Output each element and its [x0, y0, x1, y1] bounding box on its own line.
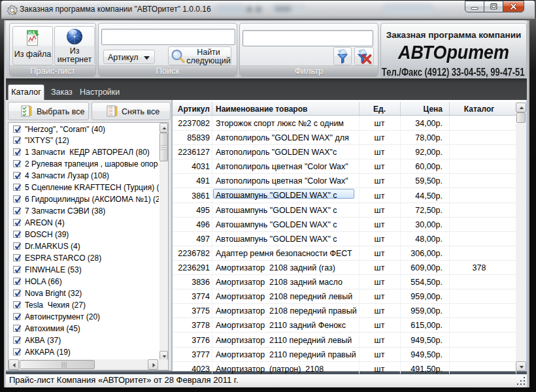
svg-text:XLS: XLS: [28, 31, 35, 35]
svg-text:DR: DR: [109, 113, 113, 116]
